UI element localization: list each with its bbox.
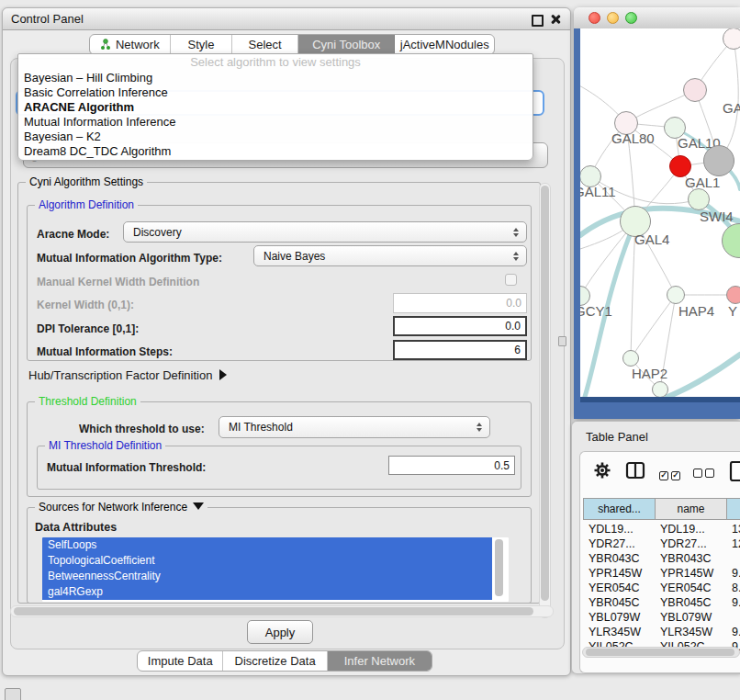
network-node[interactable] [622,350,639,367]
page-icon[interactable] [729,461,740,485]
popup-item-aracne[interactable]: ARACNE Algorithm [24,100,134,115]
tab-cyni-toolbox[interactable]: Cyni Toolbox [298,35,396,54]
network-node[interactable] [688,188,710,210]
sources-expander[interactable]: Sources for Network Inference [35,501,207,514]
network-node[interactable] [723,28,740,50]
column-header-partial[interactable] [726,498,740,520]
aracne-mode-label: Aracne Mode: [37,228,109,241]
tab-jactivemnodules[interactable]: jActiveMNodules [395,35,494,54]
list-item[interactable]: gal4RGexp [42,584,492,600]
close-icon[interactable] [550,14,561,25]
minimized-panel-icon[interactable] [5,688,21,700]
data-attributes-list[interactable]: SelfLoops TopologicalCoefficient Between… [42,537,509,602]
scrollbar-thumb[interactable] [541,186,549,601]
which-threshold-select[interactable]: MI Threshold [219,416,490,438]
tab-discretize-data[interactable]: Discretize Data [223,651,327,671]
select-all-checkboxes-icon[interactable]: ✓✓ [659,465,683,481]
tab-network[interactable]: Network [90,35,171,54]
cell: YPR145W [655,566,726,581]
table-row[interactable]: YDR27...YDR27...12 [583,536,740,551]
scrollbar-thumb[interactable] [14,607,533,615]
table-horizontal-scrollbar[interactable] [582,647,740,658]
cell: YBL079W [583,610,655,625]
popup-item-bayesian-k2[interactable]: Bayesian – K2 [24,130,101,144]
dpi-tolerance-field[interactable] [393,316,527,336]
mi-steps-label: Mutual Information Steps: [37,345,173,358]
popup-item-mutual-information[interactable]: Mutual Information Inference [24,115,175,130]
hub-definition-label: Hub/Transcription Factor Definition [28,368,212,382]
gear-icon[interactable] [593,461,611,483]
algorithm-definition-group: Algorithm Definition Aracne Mode: Discov… [27,205,532,361]
manual-kernel-checkbox[interactable] [505,274,517,286]
popup-item-basic-correlation[interactable]: Basic Correlation Inference [24,85,168,100]
network-canvas[interactable]: GALGAL80GAL10GAL1GAL11SWI4GAL4GCY1HAP4YH… [580,28,740,397]
list-scrollbar[interactable] [495,539,503,596]
network-window-titlebar[interactable] [574,7,740,29]
tab-select[interactable]: Select [232,35,298,54]
stepper-icon [513,252,519,261]
tab-impute-data[interactable]: Impute Data [138,651,223,671]
column-header-shared[interactable]: shared... [583,498,655,520]
table-row[interactable]: YLR345WYLR345W9. [583,625,740,639]
mi-threshold-field[interactable] [388,456,515,475]
network-node[interactable] [683,78,707,102]
network-node[interactable] [726,286,740,304]
table-row[interactable]: YBL079WYBL079W [583,610,740,625]
tab-infer-network[interactable]: Infer Network [328,651,432,671]
selected-value: Discovery [133,226,182,239]
split-view-icon[interactable] [625,461,645,483]
popup-item-bayesian-hill[interactable]: Bayesian – Hill Climbing [24,71,152,85]
network-node[interactable] [652,381,668,397]
mi-steps-field[interactable] [393,340,527,360]
zoom-traffic-light-icon[interactable] [625,12,637,24]
network-node-label: GAL [723,100,740,116]
cell: YBR043C [583,551,655,566]
table-row[interactable]: YBR045CYBR045C9. [583,595,740,610]
scrollbar-thumb[interactable] [586,649,734,656]
kernel-width-field[interactable] [393,293,527,313]
aracne-mode-select[interactable]: Discovery [123,221,527,243]
threshold-definition-group: Threshold Definition Which threshold to … [27,401,532,497]
maximize-icon[interactable] [532,15,544,27]
table-panel-window: Table Panel ✓✓ [571,421,740,674]
table-row[interactable]: YPR145WYPR145W9. [583,566,740,581]
table-row[interactable]: YBR043CYBR043C [583,551,740,566]
list-item[interactable]: BetweennessCentrality [42,569,492,584]
stepper-icon [477,423,482,432]
table-row[interactable]: YDL19...YDL19...13 [583,522,740,536]
deselect-checkboxes-icon[interactable] [693,465,717,481]
apply-button[interactable]: Apply [247,620,313,644]
tab-style[interactable]: Style [171,35,233,54]
column-header-name[interactable]: name [655,498,726,520]
mi-threshold-definition-group: MI Threshold Definition Mutual Informati… [37,446,521,490]
network-view-window: GALGAL80GAL10GAL1GAL11SWI4GAL4GCY1HAP4YH… [574,7,740,419]
hub-definition-expander[interactable]: Hub/Transcription Factor Definition [28,368,227,382]
unchecked-box-icon [705,469,714,478]
window-title: Control Panel [11,12,84,26]
cell: YLR345W [655,625,726,639]
cell: YER054C [583,581,655,595]
control-panel-titlebar: Control Panel [3,8,570,30]
panel-splitter[interactable] [558,336,566,346]
settings-horizontal-scrollbar[interactable] [10,605,554,617]
cell: YBR043C [655,551,726,566]
network-node[interactable] [703,145,734,176]
minimize-traffic-light-icon[interactable] [607,12,619,24]
popup-item-dream8[interactable]: Dream8 DC_TDC Algorithm [24,144,171,159]
table-row[interactable]: YER054CYER054C8. [583,581,740,595]
network-node-label: SWI4 [700,209,734,224]
cell: 9. [726,625,740,639]
mi-type-select[interactable]: Naive Bayes [253,245,527,266]
cell: 9. [726,566,740,581]
tab-label: Select [249,38,282,51]
close-traffic-light-icon[interactable] [589,12,600,24]
network-window-frame: GALGAL80GAL10GAL1GAL11SWI4GAL4GCY1HAP4YH… [574,28,740,419]
cell: YPR145W [583,566,655,581]
cell: 13 [726,522,740,536]
list-item[interactable]: SelfLoops [42,537,492,553]
settings-vertical-scrollbar[interactable] [539,183,551,618]
network-node-label: HAP4 [678,303,714,319]
network-node-label: GAL80 [611,130,655,146]
list-item[interactable]: TopologicalCoefficient [42,553,492,569]
network-node[interactable] [667,286,685,304]
